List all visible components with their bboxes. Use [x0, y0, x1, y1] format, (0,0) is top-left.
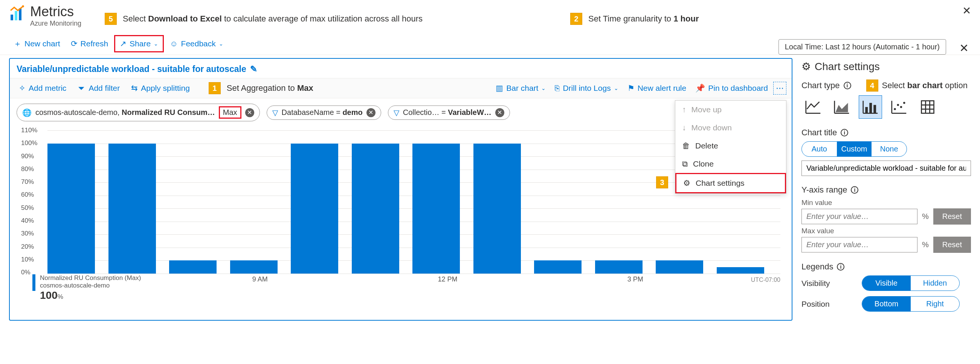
- info-icon[interactable]: i: [841, 129, 848, 136]
- svg-rect-0: [11, 15, 13, 20]
- pin-dashboard-button[interactable]: 📌Pin to dashboard: [692, 81, 772, 95]
- svg-rect-2: [19, 8, 21, 20]
- info-icon[interactable]: i: [844, 82, 851, 89]
- chart-panel: Variable/unpredictable workload - suitab…: [9, 58, 792, 321]
- chart-bar[interactable]: [473, 144, 521, 273]
- y-min-input[interactable]: [802, 209, 918, 224]
- chart-type-selector: [802, 95, 971, 119]
- remove-icon[interactable]: ✕: [245, 108, 254, 117]
- title-auto[interactable]: Auto: [802, 142, 837, 156]
- chevron-down-icon: ⌄: [614, 85, 619, 91]
- chart-bar[interactable]: [412, 144, 460, 273]
- legend-visible[interactable]: Visible: [862, 276, 911, 291]
- pin-icon: 📌: [695, 84, 705, 93]
- reset-max-button[interactable]: Reset: [933, 236, 971, 253]
- time-range-selector[interactable]: Local Time: Last 12 hours (Automatic - 1…: [778, 39, 946, 54]
- chart-bar[interactable]: [48, 144, 95, 273]
- filter-pill-row: 🌐 cosmos-autoscale-demo, Normalized RU C…: [10, 98, 792, 127]
- chart-bar[interactable]: [169, 260, 216, 273]
- bar-chart-icon: ▥: [496, 84, 503, 93]
- chevron-down-icon: ⌄: [219, 41, 223, 47]
- legend-bottom[interactable]: Bottom: [862, 297, 911, 311]
- svg-rect-1: [15, 11, 18, 20]
- chart-bar[interactable]: [656, 260, 703, 273]
- drill-logs-button[interactable]: ⎘Drill into Logs⌄: [551, 81, 622, 95]
- grid-chart-option[interactable]: [916, 95, 939, 119]
- filter-icon: ⏷: [78, 84, 86, 93]
- menu-clone[interactable]: ⧉Clone: [675, 155, 786, 173]
- new-chart-button[interactable]: ＋New chart: [9, 35, 65, 52]
- svg-point-9: [900, 106, 902, 108]
- x-label: 9 AM: [252, 275, 268, 283]
- title-none[interactable]: None: [872, 142, 907, 156]
- y-max-input[interactable]: [802, 237, 918, 252]
- filter-pill-database[interactable]: ▽ DatabaseName = demo ✕: [267, 105, 381, 120]
- title-custom[interactable]: Custom: [837, 142, 872, 156]
- chart-title: Variable/unpredictable workload - suitab…: [17, 64, 246, 74]
- filter-icon: ▽: [394, 108, 399, 117]
- chart-bar[interactable]: [108, 144, 156, 273]
- chart-bar[interactable]: [534, 260, 582, 273]
- legend-right[interactable]: Right: [911, 297, 959, 311]
- trash-icon: 🗑: [682, 141, 690, 150]
- svg-rect-5: [869, 103, 872, 113]
- callout-1: 1 Set Aggregation to Max: [208, 82, 313, 94]
- page-subtitle: Azure Monitoring: [30, 19, 81, 27]
- refresh-button[interactable]: ⟳Refresh: [66, 36, 113, 51]
- chart-bar[interactable]: [291, 144, 338, 273]
- more-menu-button[interactable]: ⋯: [773, 82, 786, 94]
- chevron-down-icon: ⌄: [541, 85, 546, 91]
- close-icon[interactable]: ✕: [959, 42, 969, 54]
- svg-point-8: [897, 104, 899, 106]
- metric-pill[interactable]: 🌐 cosmos-autoscale-demo, Normalized RU C…: [17, 104, 260, 121]
- svg-rect-6: [873, 105, 876, 113]
- info-icon[interactable]: i: [837, 263, 845, 271]
- share-icon: ↗: [120, 39, 127, 48]
- reset-min-button[interactable]: Reset: [933, 208, 971, 225]
- chart-bar[interactable]: [352, 144, 399, 273]
- callout-2: 2 Set Time granularity to 1 hour: [570, 13, 698, 25]
- refresh-icon: ⟳: [71, 39, 78, 48]
- chart-title-input[interactable]: [802, 161, 971, 176]
- alert-icon: ⚑: [627, 84, 635, 93]
- feedback-button[interactable]: ☺Feedback⌄: [165, 36, 228, 51]
- page-title: Metrics: [30, 4, 81, 19]
- remove-icon[interactable]: ✕: [366, 108, 375, 117]
- callout-5: 5 Select Download to Excel to calculate …: [105, 13, 423, 25]
- chart-bars: [48, 130, 780, 273]
- arrow-up-icon: ↑: [682, 105, 686, 114]
- close-icon[interactable]: ✕: [962, 5, 971, 17]
- legend-value: 100: [40, 289, 57, 301]
- filter-pill-collection[interactable]: ▽ Collectio… = VariableW… ✕: [388, 105, 510, 120]
- bar-chart-option[interactable]: [859, 95, 882, 119]
- chart-bar[interactable]: [595, 260, 643, 273]
- sparkle-icon: ✧: [19, 84, 25, 93]
- plus-icon: ＋: [14, 38, 21, 49]
- chart-grid: [48, 130, 780, 273]
- edit-icon[interactable]: ✎: [250, 64, 257, 74]
- callout-4-num: 4: [866, 80, 878, 91]
- add-filter-button[interactable]: ⏷Add filter: [74, 81, 124, 95]
- menu-delete[interactable]: 🗑Delete: [675, 137, 786, 155]
- menu-chart-settings[interactable]: ⚙Chart settings 3: [675, 173, 786, 193]
- remove-icon[interactable]: ✕: [495, 108, 504, 117]
- area-chart-option[interactable]: [830, 95, 853, 119]
- x-label: 12 PM: [438, 275, 458, 283]
- apply-splitting-button[interactable]: ⇆Apply splitting: [127, 81, 194, 95]
- chart-bar[interactable]: [717, 267, 764, 273]
- chart-bar[interactable]: [230, 260, 278, 273]
- chart-area: 0%10%20%30%40%50%60%70%80%90%100%110% 9 …: [10, 127, 792, 300]
- timezone-label: UTC-07:00: [751, 276, 780, 283]
- chart-type-dropdown[interactable]: ▥Bar chart⌄: [492, 81, 549, 95]
- line-chart-option[interactable]: [802, 95, 825, 119]
- legend-hidden[interactable]: Hidden: [911, 276, 959, 291]
- share-button[interactable]: ↗Share⌄: [114, 35, 164, 53]
- new-alert-button[interactable]: ⚑New alert rule: [624, 81, 690, 95]
- add-metric-button[interactable]: ✧Add metric: [15, 81, 70, 95]
- legend-name: Normalized RU Consumption (Max): [40, 274, 141, 282]
- info-icon[interactable]: i: [851, 186, 858, 194]
- arrow-down-icon: ↓: [682, 123, 686, 132]
- split-icon: ⇆: [131, 84, 138, 93]
- x-label: 3 PM: [627, 275, 643, 283]
- scatter-chart-option[interactable]: [887, 95, 911, 119]
